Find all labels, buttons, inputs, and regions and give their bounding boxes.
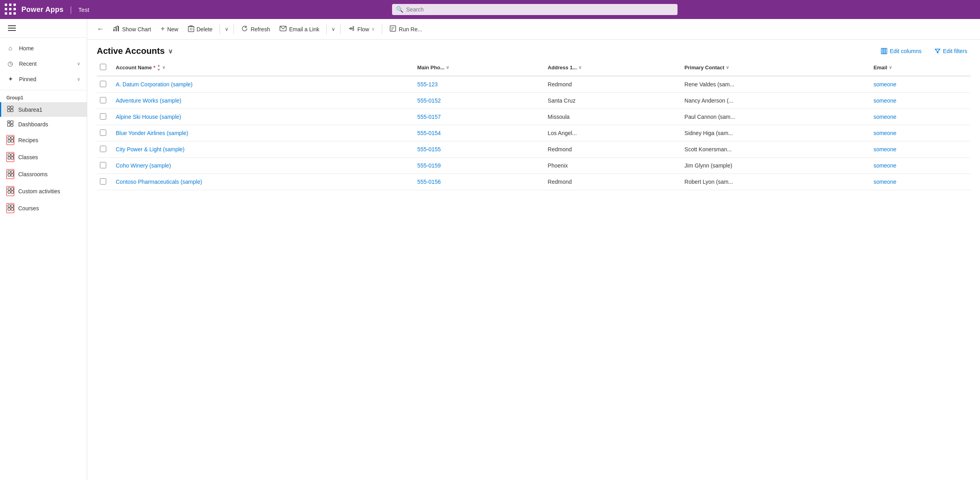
account-name-cell[interactable]: Contoso Pharmaceuticals (sample) [111, 174, 413, 190]
account-name-cell[interactable]: Blue Yonder Airlines (sample) [111, 125, 413, 141]
refresh-button[interactable]: Refresh [237, 23, 274, 36]
sidebar-pinned-label: Pinned [19, 76, 36, 82]
row-checkbox-4[interactable] [100, 146, 106, 152]
list-title: Active Accounts ∨ [97, 46, 173, 56]
email-cell[interactable]: someone [869, 93, 970, 109]
svg-rect-21 [11, 188, 13, 190]
new-button[interactable]: + New [157, 23, 182, 36]
account-name-cell[interactable]: Alpine Ski House (sample) [111, 109, 413, 125]
account-name-sort[interactable]: ▲ ▼ [157, 63, 161, 72]
email-cell[interactable]: someone [869, 158, 970, 174]
account-name-filter-icon[interactable]: ∨ [162, 65, 165, 70]
sidebar-custom-activities-label: Custom activities [18, 188, 60, 194]
back-button[interactable]: ← [94, 23, 107, 36]
svg-rect-39 [390, 26, 396, 31]
email-header-label: Email [873, 65, 887, 70]
row-checkbox-1[interactable] [100, 97, 106, 103]
svg-rect-45 [885, 48, 887, 54]
sidebar-item-classes[interactable]: Classes [0, 149, 87, 166]
content-area: ← Show Chart + New Delete ∨ [87, 19, 980, 480]
custom-activities-icon [6, 186, 14, 196]
row-checkbox-3[interactable] [100, 130, 106, 136]
svg-rect-11 [11, 140, 13, 142]
list-title-chevron-icon[interactable]: ∨ [168, 48, 173, 55]
table-row: City Power & Light (sample) 555-0155 Red… [97, 141, 970, 158]
courses-icon [6, 203, 14, 213]
pinned-chevron-icon: ∨ [77, 76, 80, 82]
account-name-cell[interactable]: Adventure Works (sample) [111, 93, 413, 109]
svg-rect-28 [113, 29, 115, 31]
sidebar-item-custom-activities[interactable]: Custom activities [0, 183, 87, 200]
edit-columns-button[interactable]: Edit columns [878, 46, 924, 56]
sidebar-item-subarea1[interactable]: Subarea1 [0, 102, 87, 117]
email-a-link-button[interactable]: Email a Link [276, 23, 323, 35]
svg-rect-13 [11, 154, 13, 156]
run-report-button[interactable]: Run Re... [385, 23, 426, 36]
select-all-checkbox[interactable] [100, 64, 106, 70]
sidebar-classes-label: Classes [18, 154, 38, 160]
sidebar-item-recipes[interactable]: Recipes [0, 131, 87, 149]
address1-header-label: Address 1... [548, 65, 577, 70]
address1-cell: Missoula [543, 109, 680, 125]
email-filter-icon[interactable]: ∨ [889, 65, 892, 70]
primary-contact-header-label: Primary Contact [685, 65, 724, 70]
email-cell[interactable]: someone [869, 174, 970, 190]
row-checkbox-6[interactable] [100, 178, 106, 185]
account-name-cell[interactable]: City Power & Light (sample) [111, 141, 413, 158]
email-cell[interactable]: someone [869, 76, 970, 93]
row-checkbox-0[interactable] [100, 81, 106, 87]
account-name-cell[interactable]: A. Datum Corporation (sample) [111, 76, 413, 93]
main-phone-cell: 555-0159 [413, 158, 543, 174]
header-account-name: Account Name * ▲ ▼ ∨ [111, 59, 413, 76]
primary-contact-filter-icon[interactable]: ∨ [726, 65, 729, 70]
sidebar-item-classrooms[interactable]: Classrooms [0, 166, 87, 183]
primary-contact-cell: Jim Glynn (sample) [680, 158, 869, 174]
row-checkbox-5[interactable] [100, 162, 106, 168]
search-input[interactable] [392, 4, 678, 15]
sidebar-item-courses[interactable]: Courses [0, 200, 87, 217]
flow-button[interactable]: Flow ∨ [344, 23, 379, 36]
delete-chevron-button[interactable]: ∨ [223, 24, 230, 34]
row-checkbox-2[interactable] [100, 113, 106, 120]
sidebar-item-pinned[interactable]: ✦ Pinned ∨ [0, 71, 87, 87]
app-grid-button[interactable] [5, 4, 17, 15]
header-email: Email ∨ [869, 59, 970, 76]
header-primary-contact: Primary Contact ∨ [680, 59, 869, 76]
svg-rect-8 [8, 137, 10, 139]
show-chart-button[interactable]: Show Chart [109, 23, 155, 36]
svg-rect-9 [11, 137, 13, 139]
flow-label: Flow [357, 26, 369, 32]
email-cell[interactable]: someone [869, 125, 970, 141]
show-chart-label: Show Chart [122, 26, 151, 32]
email-cell[interactable]: someone [869, 141, 970, 158]
delete-button[interactable]: Delete [184, 23, 216, 36]
sidebar-item-dashboards[interactable]: Dashboards [0, 117, 87, 131]
address1-filter-icon[interactable]: ∨ [578, 65, 582, 70]
flow-icon [348, 25, 355, 34]
row-checkbox-cell [97, 141, 111, 158]
svg-rect-16 [8, 171, 10, 173]
sidebar-dashboards-label: Dashboards [18, 121, 48, 128]
row-checkbox-cell [97, 109, 111, 125]
dashboards-icon [6, 120, 14, 128]
sidebar-item-recent[interactable]: ◷ Recent ∨ [0, 56, 87, 71]
run-report-icon [389, 25, 396, 34]
nav-divider: | [70, 5, 72, 14]
svg-rect-6 [8, 123, 10, 126]
sidebar-top [0, 19, 87, 38]
email-cell[interactable]: someone [869, 109, 970, 125]
account-name-cell[interactable]: Coho Winery (sample) [111, 158, 413, 174]
sidebar-nav: ⌂ Home ◷ Recent ∨ ✦ Pinned ∨ [0, 38, 87, 90]
address1-cell: Redmond [543, 76, 680, 93]
email-link-label: Email a Link [289, 26, 319, 32]
svg-rect-31 [188, 27, 194, 32]
sidebar-item-home[interactable]: ⌂ Home [0, 41, 87, 56]
edit-filters-button[interactable]: Edit filters [931, 46, 970, 56]
main-phone-filter-icon[interactable]: ∨ [446, 65, 449, 70]
sort-desc-icon: ▼ [157, 68, 161, 72]
email-chevron-button[interactable]: ∨ [330, 24, 337, 34]
address1-cell: Phoenix [543, 158, 680, 174]
sidebar-home-label: Home [19, 45, 34, 51]
toolbar-divider-3 [326, 25, 327, 34]
hamburger-menu[interactable] [6, 24, 80, 32]
